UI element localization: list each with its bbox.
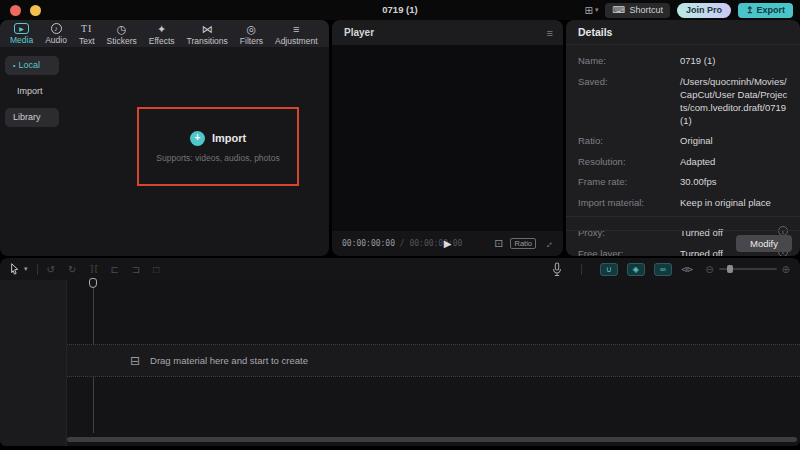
layout-panels-button[interactable]: ⊞ ▾	[584, 5, 598, 16]
tab-text[interactable]: TI Text	[79, 23, 95, 46]
zoom-slider-track[interactable]	[719, 268, 777, 270]
shortcut-button[interactable]: ⌨ Shortcut	[605, 3, 670, 18]
sidebar-item-import[interactable]: Import	[5, 82, 59, 101]
details-body: Name: 0719 (1) Saved: /Users/quocminh/Mo…	[566, 45, 800, 256]
modify-button[interactable]: Modify	[736, 235, 792, 252]
select-tool-icon[interactable]	[8, 262, 21, 276]
tab-media-label: Media	[10, 35, 33, 45]
tab-adjustment[interactable]: ≡ Adjustment	[275, 23, 318, 46]
tab-filters[interactable]: ◎ Filters	[240, 23, 263, 46]
delete-left-icon[interactable]: ⊏	[111, 264, 119, 275]
media-icon: ▶	[14, 23, 29, 34]
player-header: Player ≡	[332, 20, 563, 45]
saved-value: /Users/quocminh/Movies/CapCut/User Data/…	[680, 75, 788, 127]
tab-effects[interactable]: ✦ Effects	[149, 23, 175, 46]
details-footer: Modify	[566, 230, 800, 256]
audio-icon: ♪	[51, 23, 62, 34]
timeline-zoom-slider: ⊖ ⊕	[705, 264, 790, 275]
time-separator: /	[395, 239, 409, 248]
redo-icon[interactable]: ↻	[68, 264, 76, 275]
framerate-label: Frame rate:	[578, 175, 680, 188]
detail-row-import-material: Import material: Keep in original place	[578, 196, 788, 209]
player-viewport	[332, 45, 563, 231]
select-tool-caret-icon[interactable]: ▾	[24, 265, 28, 273]
export-label: Export	[756, 5, 785, 15]
sidebar-item-library-label: Library	[13, 108, 41, 127]
ratio-button[interactable]: Ratio	[510, 238, 536, 249]
tab-adjustment-label: Adjustment	[275, 36, 318, 46]
media-panel: ▶ Media ♪ Audio TI Text ◷ Stickers ✦ Eff…	[0, 20, 329, 256]
selected-marker-icon: •	[13, 56, 15, 75]
play-button[interactable]: ▶	[444, 238, 452, 249]
playhead-handle[interactable]	[89, 278, 97, 288]
plus-icon: +	[190, 131, 205, 146]
track-header-column	[0, 280, 67, 446]
timeline-panel: ▾ ↺ ↻ ][ ⊏ ⊐ □ ∪ ◈ ∞ ⊲⊳ ⊖	[0, 258, 800, 446]
detail-row-name: Name: 0719 (1)	[578, 54, 788, 67]
resolution-label: Resolution:	[578, 155, 680, 168]
import-label: Import	[212, 132, 246, 144]
zoom-out-icon[interactable]: ⊖	[705, 264, 713, 275]
titlebar: 0719 (1) ⊞ ▾ ⌨ Shortcut Join Pro ↥ Expor…	[0, 0, 800, 20]
tab-stickers-label: Stickers	[107, 36, 137, 46]
saved-label: Saved:	[578, 75, 680, 127]
export-button[interactable]: ↥ Export	[738, 3, 793, 18]
record-voiceover-icon[interactable]	[551, 262, 563, 277]
hamburger-menu-icon[interactable]: ≡	[547, 27, 553, 39]
undo-icon[interactable]: ↺	[47, 264, 55, 275]
sticker-icon: ◷	[117, 23, 127, 35]
ratio-label: Ratio:	[578, 134, 680, 147]
tab-media[interactable]: ▶ Media	[10, 23, 33, 45]
detail-row-ratio: Ratio: Original	[578, 134, 788, 147]
preview-quality-icon[interactable]: ⊡	[494, 237, 503, 250]
auto-trim-icon[interactable]: ⊲⊳	[681, 265, 692, 274]
detail-row-saved: Saved: /Users/quocminh/Movies/CapCut/Use…	[578, 75, 788, 127]
sidebar-item-local-label: Local	[18, 56, 40, 75]
detail-row-framerate: Frame rate: 30.00fps	[578, 175, 788, 188]
name-value: 0719 (1)	[680, 54, 788, 67]
join-pro-button[interactable]: Join Pro	[677, 3, 731, 18]
text-icon: TI	[81, 23, 92, 35]
details-panel: Details Name: 0719 (1) Saved: /Users/quo…	[566, 20, 800, 256]
filter-icon: ◎	[247, 23, 257, 35]
sparkle-icon: ✦	[157, 23, 166, 35]
shortcut-label: Shortcut	[629, 5, 663, 15]
import-material-value: Keep in original place	[680, 196, 788, 209]
magnetic-snapping-icon[interactable]: ∪	[600, 263, 618, 276]
tab-audio[interactable]: ♪ Audio	[45, 23, 67, 45]
sidebar-item-local[interactable]: • Local	[5, 56, 59, 75]
fullscreen-icon[interactable]: ↔	[541, 236, 556, 251]
playhead[interactable]	[89, 278, 97, 288]
player-title: Player	[344, 27, 374, 38]
preview-axis-icon[interactable]: ◈	[627, 263, 645, 276]
zoom-slider-handle[interactable]	[727, 265, 733, 273]
player-panel: Player ≡ 00:00:00:00 / 00:00:00:00 ▶ ⊡ R…	[332, 20, 563, 256]
panels-icon: ⊞	[584, 5, 592, 16]
crop-icon[interactable]: □	[153, 264, 159, 275]
total-time: 00:00:00:00	[409, 239, 462, 248]
split-icon[interactable]: ][	[89, 264, 97, 274]
resolution-value: Adapted	[680, 155, 788, 168]
tab-transitions-label: Transitions	[187, 36, 228, 46]
ratio-value: Original	[680, 134, 788, 147]
timeline-tracks-area: ⊟ Drag material here and start to create	[0, 280, 800, 446]
tab-effects-label: Effects	[149, 36, 175, 46]
import-action[interactable]: + Import	[190, 131, 246, 146]
linking-icon[interactable]: ∞	[654, 263, 672, 276]
tab-transitions[interactable]: ⋈ Transitions	[187, 23, 228, 46]
transition-icon: ⋈	[202, 23, 213, 35]
horizontal-scrollbar[interactable]	[67, 437, 797, 442]
player-right-controls: ⊡ Ratio ↔	[494, 237, 553, 250]
details-divider	[566, 216, 800, 217]
import-dropzone[interactable]: + Import Supports: videos, audios, photo…	[137, 107, 299, 186]
current-time: 00:00:00:00	[342, 239, 395, 248]
tab-text-label: Text	[79, 36, 95, 46]
sidebar-item-library[interactable]: Library	[5, 108, 59, 127]
details-title: Details	[566, 20, 800, 45]
tab-stickers[interactable]: ◷ Stickers	[107, 23, 137, 46]
zoom-in-icon[interactable]: ⊕	[782, 264, 790, 275]
keyboard-icon: ⌨	[612, 5, 625, 15]
sidebar-item-import-label: Import	[17, 82, 43, 101]
delete-right-icon[interactable]: ⊐	[132, 264, 140, 275]
track-dropzone[interactable]: ⊟ Drag material here and start to create	[67, 344, 800, 377]
